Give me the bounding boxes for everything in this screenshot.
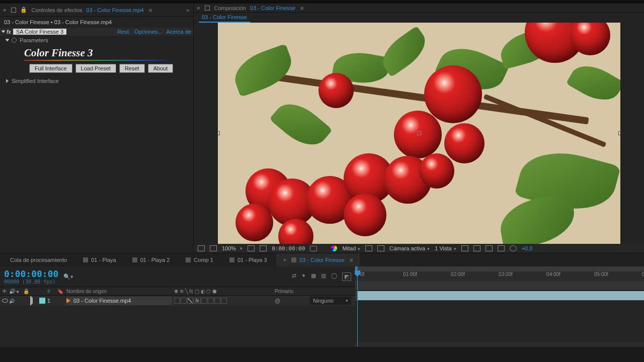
roi-icon[interactable] (260, 245, 267, 251)
disclosure-icon[interactable] (6, 79, 9, 83)
preview-viewport[interactable] (194, 23, 644, 244)
tl-icon-1[interactable]: ⇄ (292, 273, 296, 281)
pixel-aspect-icon[interactable] (461, 245, 468, 251)
crop-icon[interactable] (248, 245, 255, 251)
transparency-grid-icon[interactable] (210, 245, 217, 251)
anchor-point-icon[interactable] (417, 131, 421, 135)
full-interface-button[interactable]: Full Interface (29, 64, 72, 73)
layer-disclosure-icon[interactable] (30, 296, 33, 306)
effect-name[interactable]: SA Color Finesse 3 (13, 29, 66, 35)
resolution-dropdown[interactable]: Mitad (342, 245, 360, 251)
color-channel-icon[interactable] (331, 245, 337, 251)
parent-pickwhip-icon[interactable]: @ (275, 298, 280, 304)
breadcrumb: 03 - Color Finesse • 03 - Color Finesse.… (0, 17, 193, 28)
comp-inner-tab[interactable]: 03 - Color Finesse (199, 13, 250, 23)
close-panel-icon[interactable]: × (0, 7, 9, 13)
disclosure-icon[interactable] (6, 39, 10, 42)
view-dropdown[interactable]: 1 Vista (435, 245, 456, 251)
comp-tab-prefix: Composición (212, 5, 248, 11)
tab-render-queue[interactable]: Cola de procesamiento (3, 253, 74, 266)
preview-timecode[interactable]: 0:00:00:00 (272, 245, 305, 252)
effects-tab-label[interactable]: Controles de efectos (29, 7, 84, 13)
tl-icon-5[interactable]: ◯ (331, 273, 337, 281)
time-ruler[interactable]: 0f01:00f02:00f03:00f04:00f05:00f06:00f (355, 266, 644, 291)
tl-icon-3[interactable]: ▦ (311, 273, 316, 281)
parent-dropdown[interactable]: Ninguno (310, 297, 351, 305)
layer-track[interactable] (355, 291, 644, 301)
rainbow-divider (24, 60, 169, 61)
tl-icon-2[interactable]: ✦ (301, 273, 306, 281)
reset-button[interactable]: Reset (119, 64, 145, 73)
lock-icon[interactable]: 🔒 (18, 7, 29, 13)
layer-source-name[interactable]: 03 - Color Finesse.mp4 (66, 297, 172, 305)
ruler-tick: 02:00f (451, 272, 465, 277)
panel-menu-icon[interactable]: ≡ (300, 5, 303, 11)
exposure-icon[interactable] (486, 245, 493, 251)
column-headers: 👁🔊●🔒 # 🔖 Nombre de origen ✱ ✲ ╲ fx ▢ ◐ ⬡… (0, 287, 355, 296)
ruler-tick: 0f (360, 272, 364, 277)
grid-icon[interactable] (198, 245, 205, 251)
close-panel-icon[interactable]: × (194, 5, 203, 11)
link-about-effect[interactable]: Acerca de (166, 29, 191, 35)
exposure-offset[interactable]: +0,0 (522, 245, 533, 251)
load-preset-button[interactable]: Load Preset (75, 64, 116, 73)
panel-toggle-icon[interactable] (205, 6, 210, 11)
ruler-tick: 01:00f (403, 272, 417, 277)
tab-color-finesse[interactable]: ×03 - Color Finesse≡ (276, 253, 360, 266)
disclosure-icon[interactable] (2, 31, 6, 33)
search-icon[interactable]: 🔍▾ (63, 274, 73, 280)
layer-row[interactable]: 1 03 - Color Finesse.mp4 fx @ Ninguno (0, 296, 355, 306)
tab-comp-1[interactable]: Comp 1 (179, 253, 220, 266)
selection-handle[interactable] (218, 131, 220, 135)
link-options[interactable]: Opciones... (134, 29, 163, 35)
graph-editor-icon[interactable]: ◩ (342, 273, 351, 281)
comp-tab-name[interactable]: 03 - Color Finesse (248, 5, 297, 11)
layer-color-swatch[interactable] (39, 298, 45, 304)
zoom-dropdown[interactable]: 100% (222, 245, 243, 251)
about-button[interactable]: About (148, 64, 174, 73)
selection-handle[interactable] (618, 131, 620, 135)
refresh-icon[interactable] (510, 245, 517, 251)
ruler-tick: 03:00f (499, 272, 513, 277)
camera-dropdown[interactable]: Cámara activa (389, 245, 430, 251)
link-reset[interactable]: Rest. (117, 29, 130, 35)
timeline-icon[interactable] (377, 245, 384, 251)
speaker-icon[interactable] (9, 298, 15, 304)
snapshot-icon[interactable] (310, 246, 317, 251)
tab-playa-3[interactable]: 01 - Playa 3 (222, 253, 274, 266)
current-timecode[interactable]: 0:00:00:00 (4, 268, 58, 279)
tl-icon-4[interactable]: ▥ (321, 273, 326, 281)
fast-preview-icon[interactable] (365, 245, 372, 251)
preview-image (218, 23, 620, 244)
layer-switches[interactable]: fx (172, 298, 273, 304)
panel-toggle-icon[interactable] (11, 8, 16, 13)
frame-rate-label: 00000 (30.00 fps) (4, 279, 58, 285)
panel-overflow-icon[interactable]: » (186, 7, 193, 13)
layer-clip[interactable] (357, 291, 644, 300)
fx-badge-icon[interactable]: fx (7, 29, 11, 35)
color-finesse-logo: Color Finesse 3 (0, 45, 193, 60)
ruler-tick: 06:00f (642, 272, 644, 277)
layer-number: 1 (45, 298, 55, 304)
panel-menu-icon[interactable]: ≡ (149, 7, 152, 13)
effects-tab-file[interactable]: 03 - Color Finesse.mp4 (84, 7, 145, 13)
flow-icon[interactable] (498, 245, 505, 251)
parameters-label: Parameters (20, 37, 48, 43)
keyframe-stopwatch-icon[interactable] (12, 38, 17, 43)
tab-playa-2[interactable]: 01 - Playa 2 (125, 253, 177, 266)
playhead[interactable] (357, 266, 358, 347)
simplified-interface-label[interactable]: Simplified Interface (12, 78, 59, 84)
ruler-tick: 05:00f (594, 272, 608, 277)
adjust-icon[interactable] (473, 245, 480, 251)
video-file-icon (66, 298, 70, 303)
ruler-tick: 04:00f (546, 272, 560, 277)
tab-playa-1[interactable]: 01 - Playa (76, 253, 123, 266)
